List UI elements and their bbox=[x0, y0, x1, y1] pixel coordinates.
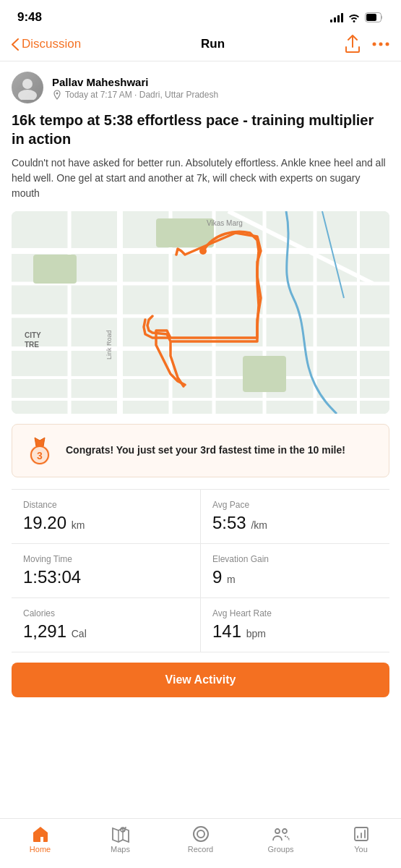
stat-heart-rate-label: Avg Heart Rate bbox=[212, 608, 378, 618]
nav-item-maps[interactable]: Maps bbox=[100, 825, 140, 854]
svg-rect-24 bbox=[156, 218, 214, 247]
stat-heart-rate-value: 141 bpm bbox=[212, 621, 378, 642]
post-body: Couldn't not have asked for better run. … bbox=[0, 156, 401, 211]
stats-row-3: Calories 1,291 Cal Avg Heart Rate 141 bp… bbox=[12, 597, 389, 652]
share-icon[interactable] bbox=[345, 35, 361, 54]
svg-point-35 bbox=[197, 830, 204, 838]
stat-calories-value: 1,291 Cal bbox=[23, 621, 189, 642]
wifi-icon bbox=[348, 12, 361, 22]
svg-rect-25 bbox=[243, 356, 286, 392]
stat-moving-time-label: Moving Time bbox=[23, 554, 189, 564]
svg-text:Vikas Marg: Vikas Marg bbox=[207, 219, 243, 227]
achievement-text: Congrats! You just set your 3rd fastest … bbox=[66, 443, 345, 458]
svg-point-4 bbox=[386, 43, 389, 46]
svg-point-36 bbox=[275, 829, 280, 833]
location-icon bbox=[52, 90, 62, 100]
stat-calories: Calories 1,291 Cal bbox=[12, 598, 201, 652]
nav-record-label: Record bbox=[188, 845, 213, 854]
svg-point-2 bbox=[373, 43, 376, 46]
record-icon bbox=[191, 825, 210, 843]
user-meta: Today at 7:17 AM · Dadri, Uttar Pradesh bbox=[52, 90, 218, 100]
stat-avg-pace-label: Avg Pace bbox=[212, 500, 378, 510]
user-name: Pallav Maheshwari bbox=[52, 76, 218, 88]
stat-moving-time: Moving Time 1:53:04 bbox=[12, 544, 201, 597]
nav-home-label: Home bbox=[30, 845, 51, 854]
svg-point-37 bbox=[283, 829, 287, 833]
stat-elevation: Elevation Gain 9 m bbox=[201, 544, 389, 597]
nav-bar: Discussion Run bbox=[0, 29, 401, 61]
post-title: 16k tempo at 5:38 effortless pace - trai… bbox=[0, 111, 401, 156]
svg-text:Link Road: Link Road bbox=[105, 330, 113, 359]
status-icons bbox=[330, 12, 384, 22]
medal-icon: 3 bbox=[24, 435, 56, 467]
back-label: Discussion bbox=[22, 37, 81, 51]
stats-row-1: Distance 19.20 km Avg Pace 5:53 /km bbox=[12, 489, 389, 543]
map-container[interactable]: CITY TRE Link Road Vikas Marg bbox=[12, 211, 389, 414]
home-icon bbox=[31, 825, 50, 843]
you-icon bbox=[352, 825, 371, 843]
nav-item-record[interactable]: Record bbox=[181, 825, 220, 854]
avatar[interactable] bbox=[12, 72, 43, 103]
stat-calories-label: Calories bbox=[23, 608, 189, 618]
status-time: 9:48 bbox=[17, 10, 42, 25]
svg-rect-23 bbox=[33, 255, 77, 284]
stat-elevation-value: 9 m bbox=[212, 567, 378, 587]
stat-moving-time-value: 1:53:04 bbox=[23, 567, 189, 587]
nav-item-home[interactable]: Home bbox=[20, 825, 60, 854]
groups-icon bbox=[272, 825, 290, 843]
stat-heart-rate: Avg Heart Rate 141 bpm bbox=[201, 598, 389, 652]
nav-actions bbox=[345, 35, 389, 54]
signal-icon bbox=[330, 12, 343, 22]
stat-avg-pace: Avg Pace 5:53 /km bbox=[201, 490, 389, 543]
user-section: Pallav Maheshwari Today at 7:17 AM · Dad… bbox=[0, 61, 401, 111]
nav-title: Run bbox=[201, 37, 225, 51]
nav-you-label: You bbox=[354, 845, 368, 854]
stat-distance: Distance 19.20 km bbox=[12, 490, 201, 543]
status-bar: 9:48 bbox=[0, 0, 401, 29]
more-icon[interactable] bbox=[372, 41, 389, 47]
user-info: Pallav Maheshwari Today at 7:17 AM · Dad… bbox=[52, 76, 218, 100]
stat-distance-value: 19.20 km bbox=[23, 513, 189, 533]
nav-maps-label: Maps bbox=[111, 845, 130, 854]
svg-rect-1 bbox=[366, 14, 376, 21]
stats-row-2: Moving Time 1:53:04 Elevation Gain 9 m bbox=[12, 543, 389, 597]
nav-item-you[interactable]: You bbox=[341, 825, 381, 854]
svg-text:CITY: CITY bbox=[25, 331, 41, 339]
svg-text:TRE: TRE bbox=[25, 341, 39, 349]
bottom-nav: Home Maps Record bbox=[0, 818, 401, 868]
stat-distance-label: Distance bbox=[23, 500, 189, 510]
stat-avg-pace-value: 5:53 /km bbox=[212, 513, 378, 533]
svg-point-30 bbox=[199, 247, 207, 255]
svg-text:3: 3 bbox=[37, 450, 43, 461]
stat-elevation-label: Elevation Gain bbox=[212, 554, 378, 564]
svg-point-3 bbox=[379, 43, 383, 46]
svg-point-5 bbox=[22, 79, 33, 89]
stats-grid: Distance 19.20 km Avg Pace 5:53 /km Movi… bbox=[12, 489, 389, 652]
chevron-left-icon bbox=[12, 38, 19, 51]
achievement-banner: 3 Congrats! You just set your 3rd fastes… bbox=[12, 424, 389, 477]
battery-icon bbox=[365, 12, 384, 22]
map-svg: CITY TRE Link Road Vikas Marg bbox=[12, 211, 389, 414]
svg-point-6 bbox=[18, 90, 37, 100]
view-activity-button[interactable]: View Activity bbox=[12, 663, 389, 697]
nav-groups-label: Groups bbox=[267, 845, 293, 854]
svg-point-34 bbox=[194, 827, 208, 841]
user-meta-text: Today at 7:17 AM · Dadri, Uttar Pradesh bbox=[65, 90, 218, 100]
back-button[interactable]: Discussion bbox=[12, 37, 81, 51]
maps-icon bbox=[111, 825, 130, 843]
svg-point-7 bbox=[56, 92, 59, 94]
nav-item-groups[interactable]: Groups bbox=[261, 825, 301, 854]
